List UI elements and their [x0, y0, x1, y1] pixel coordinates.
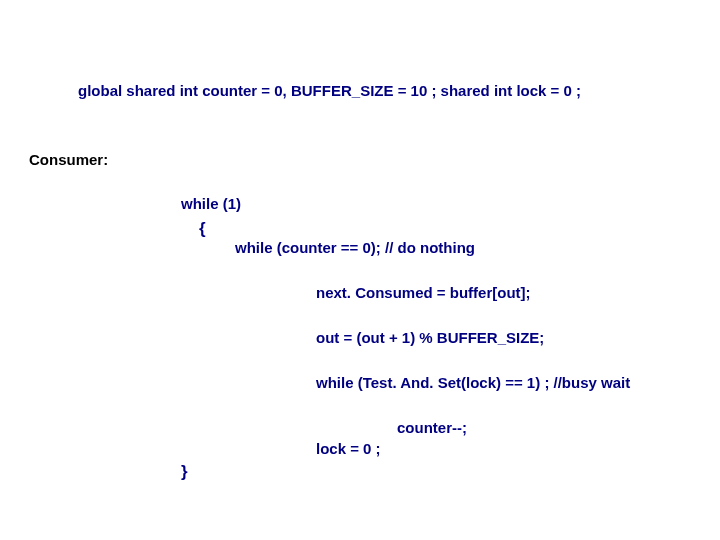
code-lock-zero: lock = 0 ;	[316, 440, 381, 457]
consumer-label: Consumer:	[29, 151, 108, 168]
code-counter-dec: counter--;	[397, 419, 467, 436]
code-while-counter: while (counter == 0); // do nothing	[235, 239, 475, 256]
code-open-brace: {	[199, 219, 206, 239]
code-while-test: while (Test. And. Set(lock) == 1) ; //bu…	[316, 374, 630, 391]
code-while-1: while (1)	[181, 195, 241, 212]
global-declaration: global shared int counter = 0, BUFFER_SI…	[78, 82, 581, 99]
code-close-brace: }	[181, 462, 188, 482]
code-next-consumed: next. Consumed = buffer[out];	[316, 284, 531, 301]
code-out-line: out = (out + 1) % BUFFER_SIZE;	[316, 329, 544, 346]
